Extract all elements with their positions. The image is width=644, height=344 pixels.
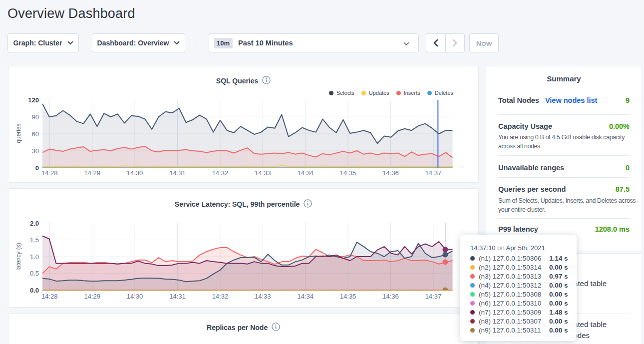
svg-text:14:37: 14:37 — [425, 293, 442, 300]
svg-text:2.0: 2.0 — [30, 220, 39, 227]
svg-text:queries: queries — [15, 123, 22, 143]
svg-text:0.5: 0.5 — [30, 270, 39, 277]
svg-text:14:34: 14:34 — [297, 169, 314, 177]
svg-text:14:34: 14:34 — [297, 293, 314, 300]
svg-text:14:35: 14:35 — [340, 293, 356, 300]
svg-text:14:36: 14:36 — [382, 169, 399, 177]
svg-text:14:33: 14:33 — [255, 293, 271, 300]
svg-text:90: 90 — [32, 113, 39, 121]
svg-text:14:30: 14:30 — [127, 293, 143, 300]
svg-text:14:32: 14:32 — [212, 169, 229, 177]
svg-text:14:30: 14:30 — [127, 169, 143, 177]
svg-text:0.0: 0.0 — [30, 287, 39, 294]
svg-text:14:33: 14:33 — [255, 169, 271, 177]
svg-text:1.5: 1.5 — [30, 236, 39, 244]
svg-text:14:32: 14:32 — [212, 293, 229, 300]
svg-text:14:35: 14:35 — [340, 169, 356, 177]
svg-text:latency (s): latency (s) — [15, 243, 22, 270]
svg-text:14:29: 14:29 — [84, 169, 100, 177]
svg-text:60: 60 — [32, 130, 39, 138]
svg-text:14:28: 14:28 — [41, 169, 58, 177]
svg-text:1.0: 1.0 — [30, 253, 39, 261]
svg-text:14:31: 14:31 — [169, 169, 186, 177]
svg-text:14:29: 14:29 — [84, 293, 100, 300]
svg-text:14:28: 14:28 — [41, 293, 58, 300]
svg-text:14:36: 14:36 — [382, 293, 399, 300]
svg-text:30: 30 — [32, 147, 39, 155]
svg-text:14:37: 14:37 — [425, 169, 442, 177]
svg-text:0: 0 — [35, 164, 39, 172]
svg-text:14:31: 14:31 — [169, 293, 186, 300]
svg-text:120: 120 — [28, 96, 39, 104]
